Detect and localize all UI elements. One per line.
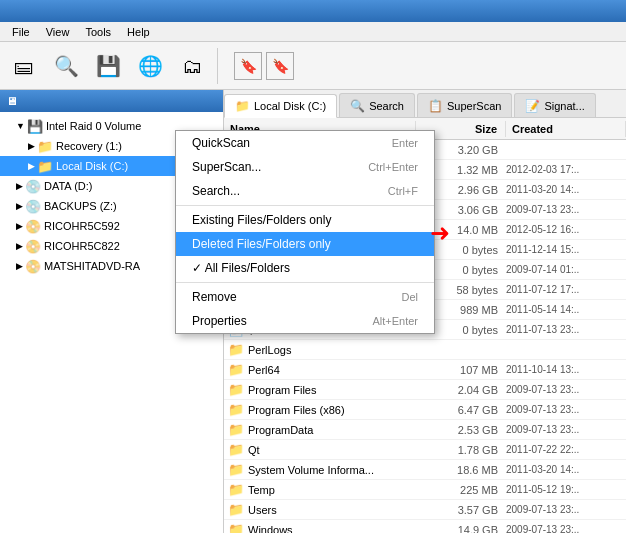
file-created: 2009-07-13 23:.. <box>506 404 626 415</box>
file-size: 2.04 GB <box>416 384 506 396</box>
tab-bar: 📁 Local Disk (C:) 🔍 Search 📋 SuperScan 📝… <box>224 90 626 118</box>
file-icon: 📁 <box>228 442 244 457</box>
file-created: 2011-12-14 15:.. <box>506 244 626 255</box>
file-row[interactable]: 📁 Program Files 2.04 GB 2009-07-13 23:.. <box>224 380 626 400</box>
file-name: Qt <box>248 444 416 456</box>
ctx-item-remove[interactable]: Remove Del <box>176 285 434 309</box>
expand-icon[interactable]: ▶ <box>28 141 35 151</box>
filter-btn-2[interactable]: 🔖 <box>266 52 294 80</box>
expand-icon[interactable]: ▶ <box>16 221 23 231</box>
filter-btn-1[interactable]: 🔖 <box>234 52 262 80</box>
tab-superscan-tab[interactable]: 📋 SuperScan <box>417 93 512 117</box>
file-created: 2011-07-22 22:.. <box>506 444 626 455</box>
menu-help[interactable]: Help <box>119 24 158 40</box>
toolbar: 🖴 🔍 💾 🌐 🗂 🔖 🔖 <box>0 42 626 90</box>
file-icon: 📁 <box>228 482 244 497</box>
toolbar-btn-3[interactable]: 💾 <box>88 46 128 86</box>
toolbar-btn-2[interactable]: 🔍 <box>46 46 86 86</box>
tab-local-disk-tab[interactable]: 📁 Local Disk (C:) <box>224 94 337 118</box>
ctx-item-label: Remove <box>192 290 237 304</box>
expand-icon[interactable]: ▶ <box>16 261 23 271</box>
open-drive-icon: 🖴 <box>14 56 34 76</box>
file-created: 2009-07-13 23:.. <box>506 204 626 215</box>
file-row[interactable]: 📁 Perl64 107 MB 2011-10-14 13:.. <box>224 360 626 380</box>
file-row[interactable]: 📁 Program Files (x86) 6.47 GB 2009-07-13… <box>224 400 626 420</box>
col-header-created[interactable]: Created <box>506 121 626 137</box>
expand-icon[interactable]: ▶ <box>16 181 23 191</box>
ctx-item-all[interactable]: ✓ All Files/Folders <box>176 256 434 280</box>
file-name: Users <box>248 504 416 516</box>
search-disk-icon: 🔍 <box>54 56 79 76</box>
create-region-icon: 🗂 <box>182 56 202 76</box>
ctx-item-superscan[interactable]: SuperScan... Ctrl+Enter <box>176 155 434 179</box>
file-row[interactable]: 📁 Users 3.57 GB 2009-07-13 23:.. <box>224 500 626 520</box>
file-row[interactable]: 📁 System Volume Informa... 18.6 MB 2011-… <box>224 460 626 480</box>
ctx-item-label: Properties <box>192 314 247 328</box>
recover-icon: 💾 <box>96 56 121 76</box>
menu-file[interactable]: File <box>4 24 38 40</box>
file-icon: 📁 <box>228 342 244 357</box>
file-created: 2012-05-12 16:.. <box>506 224 626 235</box>
menu-tools[interactable]: Tools <box>77 24 119 40</box>
tree-icon: 📀 <box>25 259 41 274</box>
file-row[interactable]: 📁 PerlLogs <box>224 340 626 360</box>
ctx-item-quickscan[interactable]: QuickScan Enter <box>176 131 434 155</box>
filter-icon-1: 🔖 <box>240 58 257 74</box>
file-icon: 📁 <box>228 502 244 517</box>
file-created: 2011-03-20 14:.. <box>506 184 626 195</box>
file-created: 2011-07-13 23:.. <box>506 324 626 335</box>
file-created: 2011-05-12 19:.. <box>506 484 626 495</box>
toolbar-btn-5[interactable]: 🗂 <box>172 46 212 86</box>
ctx-item-label: SuperScan... <box>192 160 261 174</box>
ctx-item-properties[interactable]: Properties Alt+Enter <box>176 309 434 333</box>
tab-label: Local Disk (C:) <box>254 100 326 112</box>
tree-label: MATSHITADVD-RA <box>44 260 140 272</box>
expand-icon[interactable]: ▶ <box>16 241 23 251</box>
tab-label: SuperScan <box>447 100 501 112</box>
file-row[interactable]: 📁 Qt 1.78 GB 2011-07-22 22:.. <box>224 440 626 460</box>
file-created: 2011-10-14 13:.. <box>506 364 626 375</box>
tree-label: BACKUPS (Z:) <box>44 200 117 212</box>
file-size: 1.78 GB <box>416 444 506 456</box>
toolbar-btn-4[interactable]: 🌐 <box>130 46 170 86</box>
ctx-item-label: ✓ All Files/Folders <box>192 261 290 275</box>
tab-label: Signat... <box>544 100 584 112</box>
file-size: 18.6 MB <box>416 464 506 476</box>
tree-label: RICOHR5C592 <box>44 220 120 232</box>
file-icon: 📁 <box>228 462 244 477</box>
file-created: 2011-03-20 14:.. <box>506 464 626 475</box>
expand-icon[interactable]: ▶ <box>28 161 35 171</box>
toolbar-btn-1[interactable]: 🖴 <box>4 46 44 86</box>
tree-label: Local Disk (C:) <box>56 160 128 172</box>
tab-sign-tab[interactable]: 📝 Signat... <box>514 93 595 117</box>
tree-icon: 💾 <box>27 119 43 134</box>
expand-icon[interactable]: ▼ <box>16 121 25 131</box>
ctx-item-shortcut: Del <box>401 291 418 303</box>
connect-icon: 🌐 <box>138 56 163 76</box>
tree-label: DATA (D:) <box>44 180 92 192</box>
tree-label: Recovery (1:) <box>56 140 122 152</box>
file-icon: 📁 <box>228 402 244 417</box>
ctx-item-shortcut: Enter <box>392 137 418 149</box>
tab-search-tab[interactable]: 🔍 Search <box>339 93 415 117</box>
file-name: Temp <box>248 484 416 496</box>
ctx-item-search[interactable]: Search... Ctrl+F <box>176 179 434 203</box>
tab-icon: 🔍 <box>350 99 365 113</box>
ctx-separator <box>176 282 434 283</box>
ctx-item-deleted[interactable]: Deleted Files/Folders only <box>176 232 434 256</box>
file-row[interactable]: 📁 ProgramData 2.53 GB 2009-07-13 23:.. <box>224 420 626 440</box>
ctx-item-shortcut: Alt+Enter <box>372 315 418 327</box>
ctx-item-existing[interactable]: Existing Files/Folders only <box>176 208 434 232</box>
tree-icon: 📀 <box>25 219 41 234</box>
file-created: 2011-05-14 14:.. <box>506 304 626 315</box>
tree-label: Intel Raid 0 Volume <box>46 120 141 132</box>
menu-view[interactable]: View <box>38 24 78 40</box>
expand-icon[interactable]: ▶ <box>16 201 23 211</box>
ctx-item-label: Existing Files/Folders only <box>192 213 331 227</box>
ctx-item-label: Deleted Files/Folders only <box>192 237 331 251</box>
file-row[interactable]: 📁 Temp 225 MB 2011-05-12 19:.. <box>224 480 626 500</box>
title-bar <box>0 0 626 22</box>
file-row[interactable]: 📁 Windows 14.9 GB 2009-07-13 23:.. <box>224 520 626 533</box>
file-created: 2012-02-03 17:.. <box>506 164 626 175</box>
tree-icon: 📀 <box>25 239 41 254</box>
